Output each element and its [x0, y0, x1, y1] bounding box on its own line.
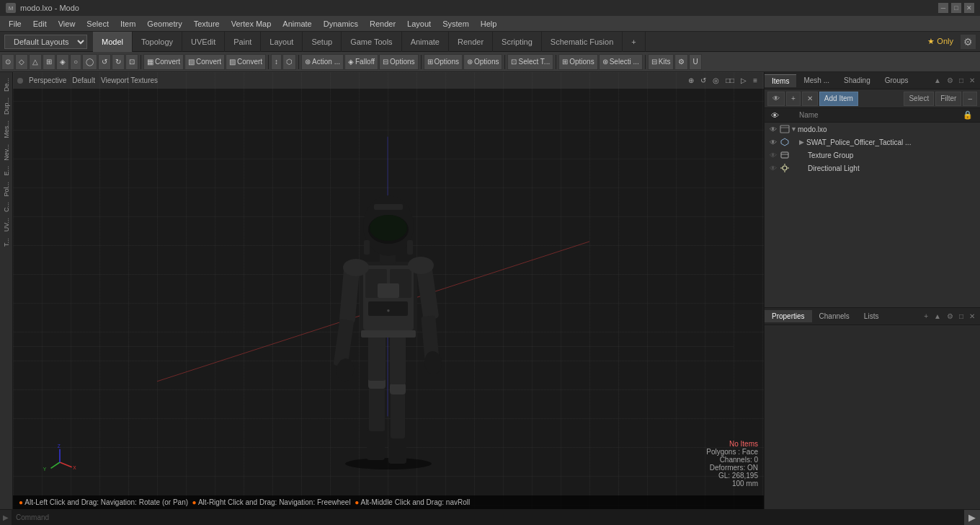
tab-scripting[interactable]: Scripting	[493, 32, 542, 52]
maximize-button[interactable]: □	[951, 3, 961, 13]
panel-settings-icon[interactable]: ⚙	[945, 76, 956, 85]
scene-eye-toggle[interactable]: 👁	[767, 92, 785, 106]
tool-circle[interactable]: ○	[70, 54, 81, 70]
sidebar-tab-mes[interactable]: Mes...	[1, 118, 12, 141]
tab-add[interactable]: +	[623, 32, 645, 52]
layout-settings-button[interactable]: ⚙	[961, 35, 976, 49]
menu-select[interactable]: Select	[81, 18, 115, 30]
tool-action[interactable]: ⊛ Action ...	[301, 54, 344, 70]
tab-items[interactable]: Items	[765, 74, 796, 87]
tab-mesh[interactable]: Mesh ...	[796, 74, 837, 87]
tool-select-vertices[interactable]: ⊙	[1, 54, 14, 70]
tab-model[interactable]: Model	[93, 32, 133, 52]
scene-item-root[interactable]: 👁 ▼ modo.lxo	[765, 123, 980, 136]
viewport[interactable]: Perspective Default Viewport Textures ⊕ …	[13, 72, 764, 509]
tab-schematic-fusion[interactable]: Schematic Fusion	[542, 32, 623, 52]
prop-settings-icon[interactable]: ⚙	[945, 312, 956, 321]
tab-lists[interactable]: Lists	[857, 310, 886, 322]
sidebar-tab-c[interactable]: C...	[1, 199, 12, 215]
tool-paint[interactable]: ◯	[82, 54, 97, 70]
scene-item-texgrp[interactable]: 👁 Texture Group	[765, 149, 980, 162]
tool-xform[interactable]: ⬡	[282, 54, 296, 70]
layout-dropdown[interactable]: Default Layouts	[4, 35, 87, 49]
sidebar-tab-pol[interactable]: Pol...	[1, 179, 12, 200]
menu-dynamics[interactable]: Dynamics	[318, 18, 364, 30]
tool-options-2[interactable]: ⊞ Options	[424, 54, 463, 70]
sidebar-tab-e[interactable]: E...	[1, 163, 12, 179]
command-run-button[interactable]: ▶	[964, 510, 980, 526]
tool-options-3[interactable]: ⊛ Options	[463, 54, 502, 70]
select-button[interactable]: Select	[904, 92, 934, 106]
prop-maximize-icon[interactable]: □	[957, 312, 966, 321]
tool-convert-2[interactable]: ▧ Convert	[184, 54, 225, 70]
eye-icon-root[interactable]: 👁	[767, 123, 779, 135]
tool-extra1[interactable]: ⊡	[125, 54, 138, 70]
sidebar-tab-nev[interactable]: Nev...	[1, 141, 12, 164]
tool-sym[interactable]: ↺	[98, 54, 111, 70]
tool-selecti[interactable]: ⊛ Selecti ...	[599, 54, 643, 70]
eye-icon-texgrp[interactable]: 👁	[767, 149, 779, 161]
tab-topology[interactable]: Topology	[133, 32, 182, 52]
window-controls[interactable]: ─ □ ✕	[938, 3, 974, 13]
tool-options-4[interactable]: ⊞ Options	[558, 54, 597, 70]
tab-layout[interactable]: Layout	[261, 32, 303, 52]
scene-remove-btn[interactable]: ✕	[802, 92, 818, 106]
tool-convert-3[interactable]: ▨ Convert	[226, 54, 266, 70]
eye-icon-mesh[interactable]: 👁	[767, 136, 779, 148]
minimize-button[interactable]: ─	[938, 3, 948, 13]
add-item-button[interactable]: Add Item	[819, 92, 858, 106]
sidebar-tab-dup[interactable]: Dup...	[1, 94, 12, 118]
prop-close-icon[interactable]: ✕	[967, 312, 977, 321]
expand-mesh[interactable]: ▶	[799, 138, 806, 146]
sidebar-tab-t[interactable]: T...	[1, 235, 12, 250]
tool-select-faces[interactable]: △	[29, 54, 42, 70]
menu-texture[interactable]: Texture	[188, 18, 226, 30]
tab-shading[interactable]: Shading	[837, 74, 878, 87]
menu-animate[interactable]: Animate	[277, 18, 317, 30]
tool-falloff[interactable]: ◈ Falloff	[344, 54, 378, 70]
menu-item[interactable]: Item	[115, 18, 141, 30]
tab-uvedit[interactable]: UVEdit	[182, 32, 225, 52]
sidebar-tab-de[interactable]: De...	[1, 75, 12, 94]
menu-vertex-map[interactable]: Vertex Map	[226, 18, 277, 30]
tab-animate[interactable]: Animate	[402, 32, 449, 52]
menu-help[interactable]: Help	[475, 18, 503, 30]
menu-render[interactable]: Render	[364, 18, 401, 30]
scene-add-btn[interactable]: +	[786, 92, 801, 106]
prop-collapse-icon[interactable]: ▲	[932, 312, 943, 321]
tool-select-edges[interactable]: ◇	[15, 54, 28, 70]
tab-groups[interactable]: Groups	[878, 74, 916, 87]
prop-add-btn[interactable]: +	[922, 312, 930, 321]
tab-setup[interactable]: Setup	[303, 32, 342, 52]
panel-close-icon[interactable]: ✕	[967, 76, 977, 85]
filter-minus-btn[interactable]: –	[963, 92, 977, 106]
menu-system[interactable]: System	[437, 18, 475, 30]
scene-item-mesh[interactable]: 👁 ▶ SWAT_Police_Officer_Tactical ...	[765, 136, 980, 149]
eye-icon-light[interactable]: 👁	[767, 162, 779, 174]
tab-render[interactable]: Render	[449, 32, 493, 52]
tool-kits[interactable]: ⊟ Kits	[648, 54, 674, 70]
tool-convert-1[interactable]: ▦ Convert	[143, 54, 184, 70]
tab-game-tools[interactable]: Game Tools	[342, 32, 402, 52]
panel-maximize-icon[interactable]: □	[957, 76, 966, 85]
tool-game-icon[interactable]: ⚙	[674, 54, 688, 70]
tab-channels[interactable]: Channels	[812, 310, 857, 322]
tab-paint[interactable]: Paint	[225, 32, 261, 52]
expand-root[interactable]: ▼	[790, 125, 798, 133]
tool-lasso[interactable]: ◈	[56, 54, 69, 70]
tool-select-items[interactable]: ⊞	[43, 54, 55, 70]
tool-ue-icon[interactable]: U	[689, 54, 701, 70]
panel-collapse-icon[interactable]: ▲	[932, 76, 943, 85]
command-input[interactable]	[12, 510, 964, 526]
tool-select-t[interactable]: ⊡ Select T...	[507, 54, 553, 70]
menu-edit[interactable]: Edit	[27, 18, 53, 30]
tool-move[interactable]: ↕	[271, 54, 282, 70]
scene-item-light[interactable]: 👁 Directional Light	[765, 162, 980, 175]
filter-button[interactable]: Filter	[935, 92, 961, 106]
close-button[interactable]: ✕	[964, 3, 974, 13]
tab-properties[interactable]: Properties	[765, 310, 812, 322]
star-only-button[interactable]: ★ Only	[923, 35, 958, 48]
menu-geometry[interactable]: Geometry	[141, 18, 187, 30]
tool-sym2[interactable]: ↻	[112, 54, 125, 70]
menu-view[interactable]: View	[53, 18, 81, 30]
